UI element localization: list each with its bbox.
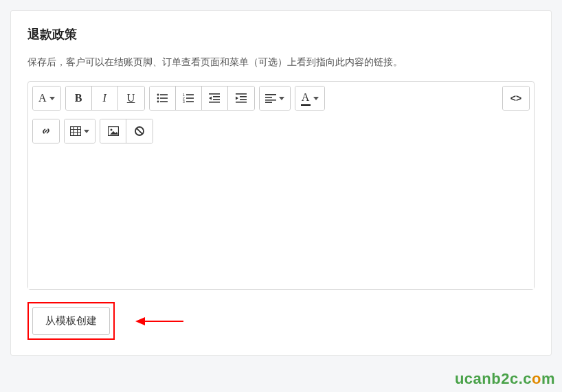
- caret-icon: [279, 97, 284, 100]
- svg-rect-17: [236, 93, 247, 95]
- text-color-button[interactable]: A: [295, 87, 324, 110]
- svg-marker-18: [236, 97, 238, 100]
- svg-line-35: [137, 128, 142, 134]
- bold-letter: B: [75, 92, 82, 104]
- svg-rect-24: [265, 100, 276, 101]
- section-title: 退款政策: [27, 26, 535, 43]
- list-group: 1 2 3: [149, 86, 255, 111]
- svg-rect-15: [213, 99, 220, 100]
- svg-marker-37: [135, 317, 145, 325]
- unordered-list-icon: [157, 93, 168, 103]
- align-group: [259, 86, 291, 111]
- svg-rect-25: [265, 102, 272, 103]
- code-view-group: <>: [502, 86, 530, 111]
- svg-rect-1: [160, 94, 168, 95]
- svg-rect-20: [240, 99, 247, 100]
- svg-rect-12: [209, 93, 220, 95]
- caret-icon: [84, 130, 89, 133]
- link-icon: [41, 126, 52, 137]
- svg-rect-14: [213, 96, 220, 97]
- section-description: 保存后，客户可以在结账页脚、订单查看页面和菜单（可选）上看到指向此内容的链接。: [27, 56, 535, 69]
- svg-rect-22: [265, 94, 276, 95]
- svg-point-2: [157, 97, 159, 100]
- link-group: [32, 119, 60, 143]
- align-button[interactable]: [260, 87, 290, 110]
- svg-rect-5: [160, 101, 168, 102]
- align-icon: [265, 93, 276, 103]
- highlight-annotation: 从模板创建: [27, 302, 115, 340]
- arrow-annotation-icon: [135, 316, 183, 326]
- text-color-group: A: [295, 86, 325, 111]
- italic-letter: I: [102, 92, 106, 104]
- caret-icon: [49, 97, 55, 100]
- outdent-icon: [209, 93, 220, 103]
- svg-rect-11: [186, 101, 194, 102]
- rich-text-editor: A B I U: [27, 81, 535, 290]
- refund-policy-card: 退款政策 保存后，客户可以在结账页脚、订单查看页面和菜单（可选）上看到指向此内容…: [10, 10, 552, 356]
- text-color-icon: A: [301, 91, 311, 106]
- code-view-button[interactable]: <>: [503, 87, 529, 110]
- svg-point-32: [110, 129, 112, 131]
- font-letter: A: [38, 92, 47, 104]
- font-group: A: [32, 86, 61, 111]
- svg-marker-13: [209, 97, 212, 100]
- editor-content-area[interactable]: [28, 152, 534, 289]
- code-view-label: <>: [510, 93, 521, 104]
- format-group: B I U: [65, 86, 145, 111]
- svg-rect-3: [160, 97, 168, 99]
- block-icon: [134, 126, 145, 137]
- table-icon: [70, 126, 81, 136]
- unordered-list-button[interactable]: [150, 87, 176, 110]
- underline-letter: U: [127, 92, 135, 104]
- indent-button[interactable]: [228, 87, 254, 110]
- bold-button[interactable]: B: [66, 87, 92, 110]
- bottom-row: 从模板创建: [27, 302, 535, 340]
- media-group: [100, 119, 153, 143]
- image-button[interactable]: [100, 119, 126, 143]
- link-button[interactable]: [33, 119, 59, 143]
- create-from-template-button[interactable]: 从模板创建: [32, 307, 110, 335]
- italic-button[interactable]: I: [92, 87, 118, 110]
- svg-rect-26: [71, 127, 81, 136]
- ordered-list-icon: 1 2 3: [183, 93, 194, 103]
- underline-button[interactable]: U: [118, 87, 144, 110]
- indent-icon: [236, 93, 247, 103]
- svg-text:3: 3: [183, 100, 185, 103]
- svg-rect-23: [265, 97, 272, 98]
- svg-rect-21: [236, 102, 247, 103]
- clear-format-button[interactable]: [126, 119, 153, 143]
- table-button[interactable]: [65, 119, 95, 143]
- svg-rect-16: [209, 102, 220, 103]
- font-family-button[interactable]: A: [33, 87, 60, 110]
- svg-rect-7: [186, 94, 194, 95]
- svg-rect-19: [240, 96, 247, 97]
- table-group: [64, 119, 95, 143]
- outdent-button[interactable]: [202, 87, 228, 110]
- caret-icon: [313, 97, 319, 100]
- image-icon: [108, 126, 119, 136]
- svg-point-0: [157, 94, 159, 96]
- editor-toolbar: A B I U: [28, 82, 534, 152]
- svg-point-4: [157, 101, 159, 103]
- svg-marker-33: [110, 131, 118, 135]
- ordered-list-button[interactable]: 1 2 3: [176, 87, 202, 110]
- svg-rect-9: [186, 97, 194, 99]
